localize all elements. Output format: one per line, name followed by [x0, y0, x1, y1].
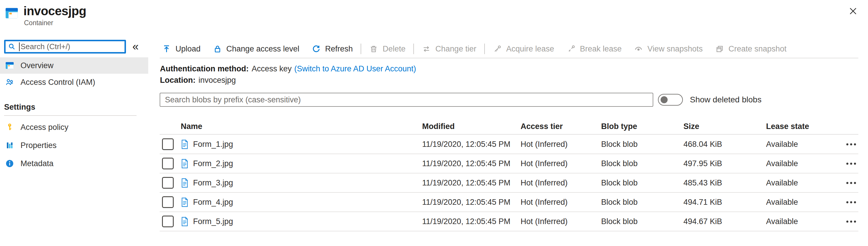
column-header-modified[interactable]: Modified	[422, 122, 521, 131]
snapshots-icon	[634, 44, 643, 54]
more-options-icon	[846, 143, 848, 145]
column-header-blob-type[interactable]: Blob type	[601, 122, 683, 131]
search-icon	[8, 43, 16, 50]
column-header-access-tier[interactable]: Access tier	[521, 122, 601, 131]
sidebar-search-box	[4, 40, 126, 54]
change-tier-button: Change tier	[416, 40, 483, 57]
break-lease-icon	[566, 44, 576, 54]
sidebar: « Overview	[0, 0, 148, 246]
blob-access-tier: Hot (Inferred)	[521, 217, 601, 226]
change-access-level-button[interactable]: Change access level	[207, 40, 306, 57]
toolbar-button-label: Acquire lease	[506, 44, 554, 54]
blob-access-tier: Hot (Inferred)	[521, 198, 601, 207]
sidebar-item-label: Overview	[21, 61, 54, 70]
blob-access-tier: Hot (Inferred)	[521, 140, 601, 149]
blob-lease-state: Available	[766, 178, 844, 187]
file-icon	[181, 159, 189, 169]
blob-name[interactable]: Form_5.jpg	[193, 217, 233, 226]
table-row[interactable]: Form_2.jpg 11/19/2020, 12:05:45 PM Hot (…	[160, 154, 858, 173]
show-deleted-blobs-toggle[interactable]	[658, 94, 683, 106]
sidebar-item-properties[interactable]: Properties	[0, 136, 148, 154]
row-checkbox[interactable]	[162, 216, 174, 227]
create-snapshot-button: Create snapshot	[709, 40, 793, 57]
more-options-button[interactable]	[845, 200, 857, 205]
toolbar-button-label: Refresh	[325, 44, 353, 54]
switch-auth-link[interactable]: (Switch to Azure AD User Account)	[294, 64, 416, 73]
blob-name[interactable]: Form_3.jpg	[193, 178, 233, 187]
toolbar-divider	[361, 44, 361, 54]
row-checkbox[interactable]	[162, 138, 174, 150]
file-icon	[181, 198, 189, 207]
more-options-button[interactable]	[845, 180, 857, 186]
sidebar-item-label: Access policy	[21, 123, 68, 132]
toolbar-divider	[484, 44, 485, 54]
table-body: Form_1.jpg 11/19/2020, 12:05:45 PM Hot (…	[160, 135, 858, 232]
blob-name[interactable]: Form_4.jpg	[193, 198, 233, 207]
bars-icon	[5, 141, 14, 150]
blob-lease-state: Available	[766, 140, 844, 149]
create-snapshot-icon	[715, 44, 724, 54]
toolbar-button-label: Create snapshot	[728, 44, 786, 54]
azure-container-blade: invocesjpg Container «	[0, 0, 868, 246]
blob-lease-state: Available	[766, 198, 844, 207]
blob-lease-state: Available	[766, 217, 844, 226]
blob-lease-state: Available	[766, 159, 844, 168]
acquire-lease-button: Acquire lease	[487, 40, 560, 57]
column-header-lease-state[interactable]: Lease state	[766, 122, 844, 131]
location-value: invocesjpg	[198, 76, 236, 84]
blob-prefix-search-input[interactable]	[160, 93, 653, 107]
toolbar-divider	[413, 44, 414, 54]
blob-modified: 11/19/2020, 12:05:45 PM	[422, 178, 521, 187]
row-checkbox[interactable]	[162, 196, 174, 208]
blob-name[interactable]: Form_2.jpg	[193, 159, 233, 168]
sidebar-search-input[interactable]	[20, 42, 122, 51]
toolbar-button-label: Delete	[382, 44, 405, 54]
auth-method-value: Access key	[252, 64, 292, 73]
row-checkbox[interactable]	[162, 177, 174, 189]
refresh-button[interactable]: Refresh	[306, 40, 359, 57]
upload-button[interactable]: Upload	[160, 40, 207, 57]
more-options-icon	[846, 182, 848, 184]
blob-modified: 11/19/2020, 12:05:45 PM	[422, 217, 521, 226]
sidebar-nav: Overview Access Control (IAM) Settings	[0, 57, 148, 173]
container-icon	[5, 61, 14, 70]
close-button[interactable]	[848, 6, 858, 16]
sidebar-item-access-control-iam[interactable]: Access Control (IAM)	[0, 74, 148, 91]
key-icon	[5, 123, 14, 132]
blob-table: Name Modified Access tier Blob type Size…	[160, 119, 858, 232]
column-header-name[interactable]: Name	[181, 122, 422, 131]
sidebar-item-metadata[interactable]: Metadata	[0, 154, 148, 173]
table-row[interactable]: Form_3.jpg 11/19/2020, 12:05:45 PM Hot (…	[160, 173, 858, 193]
more-options-button[interactable]	[845, 142, 857, 147]
table-row[interactable]: Form_5.jpg 11/19/2020, 12:05:45 PM Hot (…	[160, 212, 858, 232]
filter-row: Show deleted blobs	[160, 93, 762, 107]
table-row[interactable]: Form_4.jpg 11/19/2020, 12:05:45 PM Hot (…	[160, 193, 858, 212]
break-lease-button: Break lease	[560, 40, 628, 57]
sidebar-item-overview[interactable]: Overview	[0, 57, 148, 74]
row-checkbox[interactable]	[162, 158, 174, 169]
toolbar-button-label: Upload	[176, 44, 201, 54]
sidebar-item-label: Properties	[21, 141, 57, 150]
sidebar-section-settings: Settings	[0, 102, 148, 112]
info-icon	[5, 159, 14, 168]
blob-type: Block blob	[601, 178, 683, 187]
delete-button: Delete	[363, 40, 411, 57]
sidebar-item-access-policy[interactable]: Access policy	[0, 118, 148, 136]
file-icon	[181, 140, 189, 149]
blob-name[interactable]: Form_1.jpg	[193, 140, 233, 149]
blob-size: 497.95 KiB	[683, 159, 766, 168]
blob-modified: 11/19/2020, 12:05:45 PM	[422, 159, 521, 168]
auth-method-label: Authentication method:	[160, 64, 249, 73]
more-options-button[interactable]	[845, 161, 857, 167]
location-line: Location:invocesjpg	[160, 75, 416, 86]
people-icon	[5, 78, 14, 86]
collapse-sidebar-button[interactable]: «	[132, 40, 138, 52]
file-icon	[181, 217, 189, 226]
blob-size: 485.43 KiB	[683, 178, 766, 187]
column-header-size[interactable]: Size	[683, 122, 766, 131]
more-options-button[interactable]	[845, 219, 857, 224]
blob-access-tier: Hot (Inferred)	[521, 159, 601, 168]
more-options-icon	[846, 201, 848, 203]
show-deleted-blobs-label: Show deleted blobs	[690, 95, 762, 104]
table-row[interactable]: Form_1.jpg 11/19/2020, 12:05:45 PM Hot (…	[160, 135, 858, 154]
